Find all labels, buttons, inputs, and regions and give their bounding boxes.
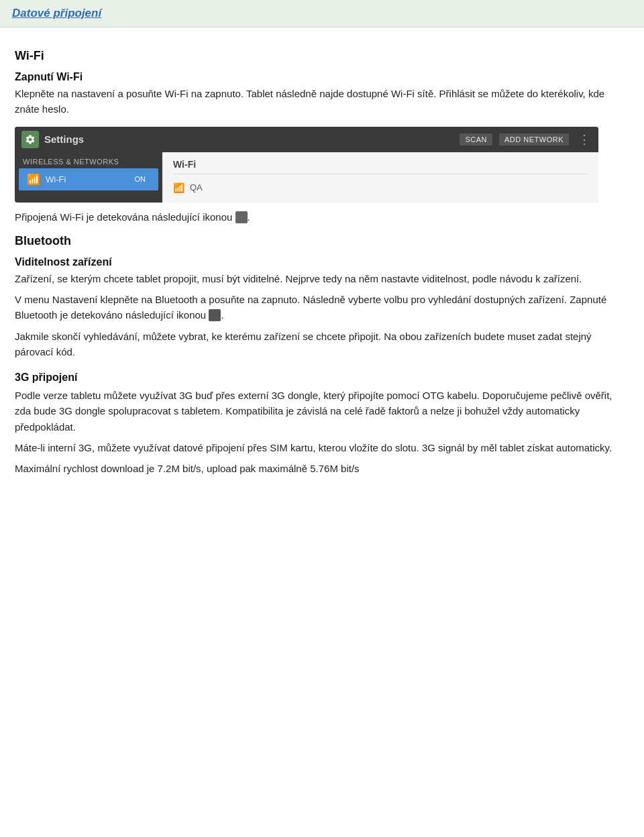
add-network-button[interactable]: ADD NETWORK [499,133,569,146]
wifi-para1: Klepněte na nastavení a posuňte Wi-Fi na… [15,86,629,117]
screenshot-main-title: Wi-Fi [173,159,588,174]
bluetooth-subheading: Viditelnost zařízení [15,256,629,268]
sidebar-section-label: WIRELESS & NETWORKS [15,152,162,168]
bluetooth-icon [209,309,221,321]
screenshot-settings-label: Settings [44,133,84,145]
wifi-toggle[interactable]: ON [130,174,151,184]
wifi-signal-icon: 📶 [173,182,184,193]
header-banner: Datové připojení [0,0,644,27]
screenshot-content: WIRELESS & NETWORKS 📶 Wi-Fi ON Wi-Fi 📶 Q… [15,152,598,203]
screenshot-sidebar: WIRELESS & NETWORKS 📶 Wi-Fi ON [15,152,162,203]
wifi-connected-icon [235,211,248,223]
bluetooth-para2-text: V menu Nastavení klepněte na Bluetooth a… [15,294,606,321]
wifi-heading: Wi-Fi [15,49,629,63]
bluetooth-para1: Zařízení, se kterým chcete tablet propoj… [15,271,629,286]
screenshot-main-area: Wi-Fi 📶 QA [162,152,598,203]
section-3g: 3G připojení Podle verze tabletu můžete … [15,372,629,476]
3g-para1: Podle verze tabletu můžete využívat 3G b… [15,388,629,435]
bluetooth-para3: Jakmile skončí vyhledávání, můžete vybra… [15,329,629,360]
main-content: Wi-Fi Zapnutí Wi-Fi Klepněte na nastaven… [0,27,644,495]
page-wrapper: Datové připojení Wi-Fi Zapnutí Wi-Fi Kle… [0,0,644,495]
page-title: Datové připojení [12,7,101,19]
bluetooth-heading: Bluetooth [15,234,629,248]
more-options-icon[interactable]: ⋮ [578,132,592,147]
sidebar-wifi-label: Wi-Fi [46,174,66,184]
screenshot-title-left: Settings [21,131,84,148]
screenshot-box: Settings SCAN ADD NETWORK ⋮ WIRELESS & N… [15,127,598,203]
3g-para2: Máte-li interní 3G, můžete využívat dato… [15,440,629,455]
scan-button[interactable]: SCAN [460,133,492,146]
sidebar-wifi-item[interactable]: 📶 Wi-Fi ON [19,168,158,190]
wifi-icon: 📶 [27,173,40,186]
settings-icon [21,131,39,148]
screenshot-titlebar: Settings SCAN ADD NETWORK ⋮ [15,127,598,152]
section-wifi: Wi-Fi Zapnutí Wi-Fi Klepněte na nastaven… [15,49,629,225]
section-bluetooth: Bluetooth Viditelnost zařízení Zařízení,… [15,234,629,359]
wifi-network-row[interactable]: 📶 QA [173,180,588,196]
titlebar-right: SCAN ADD NETWORK ⋮ [460,132,592,147]
wifi-network-name: QA [190,182,203,192]
bluetooth-para2: V menu Nastavení klepněte na Bluetooth a… [15,292,629,323]
3g-para3: Maximální rychlost download je 7.2M bit/… [15,461,629,476]
wifi-connected-text: Připojená Wi-Fi je detekována následujíc… [15,211,232,223]
wifi-subheading: Zapnutí Wi-Fi [15,71,629,83]
3g-heading: 3G připojení [15,372,629,384]
wifi-para2: Připojená Wi-Fi je detekována následujíc… [15,209,629,225]
